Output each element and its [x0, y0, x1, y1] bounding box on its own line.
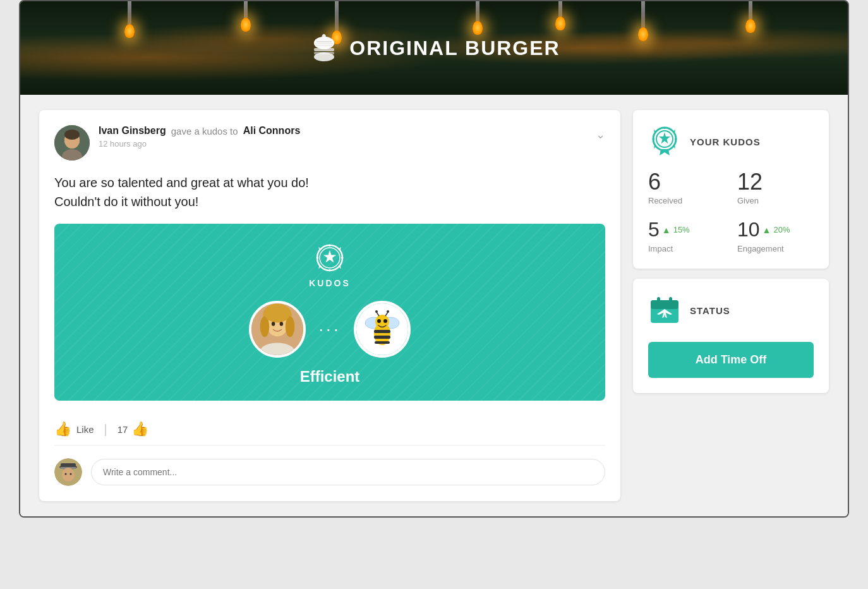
main-content: Ivan Ginsberg gave a kudos to Ali Connor… [20, 95, 848, 516]
svg-rect-51 [657, 297, 660, 305]
comment-input[interactable] [91, 459, 605, 485]
svg-point-25 [280, 322, 283, 325]
stat-engagement: 10 ▲ 20% Engagement [737, 218, 814, 253]
engagement-label: Engagement [737, 244, 814, 253]
like-count-number: 17 [118, 424, 128, 435]
received-label: Received [648, 196, 725, 205]
recipient-avatar-img [251, 303, 303, 355]
recipient-name: Ali Connors [243, 125, 301, 137]
engagement-arrow-icon: ▲ [763, 225, 771, 235]
add-time-off-button[interactable]: Add Time Off [648, 342, 814, 378]
feed-panel: Ivan Ginsberg gave a kudos to Ali Connor… [39, 110, 620, 501]
svg-point-22 [265, 304, 290, 322]
recipient-kudos-avatar [249, 301, 306, 358]
given-label: Given [737, 196, 814, 205]
svg-point-13 [64, 130, 80, 140]
post-names: Ivan Ginsberg gave a kudos to Ali Connor… [99, 125, 300, 137]
chevron-down-icon[interactable]: ⌄ [596, 128, 605, 142]
kudos-sidebar-title: YOUR KUDOS [690, 137, 761, 147]
kudos-dots: ··· [318, 320, 341, 338]
kudos-bee-img [356, 303, 408, 355]
kudos-sidebar-card: YOUR KUDOS 6 Received 12 Given 5 ▲ [633, 110, 829, 269]
status-sidebar-card: STATUS Add Time Off [633, 279, 829, 393]
kudos-avatars: ··· [249, 301, 410, 358]
kudos-label: KUDOS [309, 278, 351, 288]
post-time: 12 hours ago [99, 139, 300, 149]
engagement-pct: 20% [773, 225, 790, 234]
kudos-sidebar-icon [648, 125, 681, 158]
svg-point-36 [387, 310, 389, 313]
svg-rect-50 [651, 300, 678, 309]
engagement-trend: 10 ▲ 20% [737, 218, 814, 241]
kudos-badge-icon [313, 241, 346, 274]
svg-marker-16 [323, 250, 336, 262]
svg-point-45 [70, 473, 72, 475]
like-divider: | [104, 422, 107, 437]
kudos-type: Efficient [300, 368, 360, 386]
svg-rect-29 [374, 330, 390, 333]
burger-icon [308, 32, 341, 64]
app-frame: ORIGINAL BURGER [19, 0, 849, 518]
svg-point-44 [65, 473, 67, 475]
svg-rect-31 [375, 341, 390, 344]
kudos-stats: 6 Received 12 Given 5 ▲ 15% Impact [648, 171, 814, 253]
brand-logo: ORIGINAL BURGER [308, 32, 560, 64]
impact-number: 5 [648, 218, 660, 241]
post-message-line1: You are so talented and great at what yo… [54, 173, 605, 192]
post-action: gave a kudos to [171, 126, 238, 137]
like-icon: 👍 [54, 421, 71, 437]
poster-avatar [54, 125, 90, 161]
comment-section [54, 458, 605, 486]
commenter-avatar [54, 458, 82, 486]
svg-rect-30 [374, 336, 390, 339]
status-sidebar-title: STATUS [690, 305, 730, 316]
svg-rect-2 [314, 48, 334, 51]
post-header: Ivan Ginsberg gave a kudos to Ali Connor… [54, 125, 605, 161]
impact-trend: 5 ▲ 15% [648, 218, 725, 241]
svg-point-1 [314, 37, 334, 49]
poster-name: Ivan Ginsberg [99, 125, 166, 137]
sidebar: YOUR KUDOS 6 Received 12 Given 5 ▲ [633, 110, 829, 501]
kudos-sidebar-header: YOUR KUDOS [648, 125, 814, 158]
stat-received: 6 Received [648, 171, 725, 205]
status-icon [648, 294, 681, 327]
engagement-number: 10 [737, 218, 760, 241]
like-button[interactable]: 👍 Like [54, 421, 94, 437]
impact-pct: 15% [673, 225, 690, 234]
svg-rect-52 [669, 297, 672, 305]
svg-marker-48 [659, 132, 670, 144]
brand-name: ORIGINAL BURGER [349, 37, 560, 60]
like-count-icon: 👍 [131, 421, 148, 437]
given-number: 12 [737, 171, 814, 193]
like-section: 👍 Like | 17 👍 [54, 413, 605, 446]
post-meta: Ivan Ginsberg gave a kudos to Ali Connor… [99, 125, 300, 149]
post-message-line2: Couldn't do it without you! [54, 192, 605, 211]
status-sidebar-header: STATUS [648, 294, 814, 327]
like-count: 17 👍 [118, 421, 149, 437]
svg-point-24 [272, 322, 275, 325]
svg-point-4 [314, 52, 334, 61]
svg-point-37 [377, 319, 381, 323]
kudos-bee-avatar [354, 301, 411, 358]
received-number: 6 [648, 171, 725, 193]
stat-impact: 5 ▲ 15% Impact [648, 218, 725, 253]
svg-point-34 [375, 310, 378, 313]
svg-point-43 [62, 468, 75, 482]
commenter-avatar-img [54, 458, 82, 486]
post-header-left: Ivan Ginsberg gave a kudos to Ali Connor… [54, 125, 300, 161]
kudos-card: KUDOS [54, 224, 605, 401]
poster-avatar-img [54, 125, 90, 161]
post-body: You are so talented and great at what yo… [54, 173, 605, 211]
stat-given: 12 Given [737, 171, 814, 205]
like-label: Like [76, 424, 94, 435]
header-banner: ORIGINAL BURGER [20, 1, 848, 95]
svg-point-38 [383, 319, 387, 323]
impact-label: Impact [648, 244, 725, 253]
impact-arrow-icon: ▲ [662, 225, 671, 235]
